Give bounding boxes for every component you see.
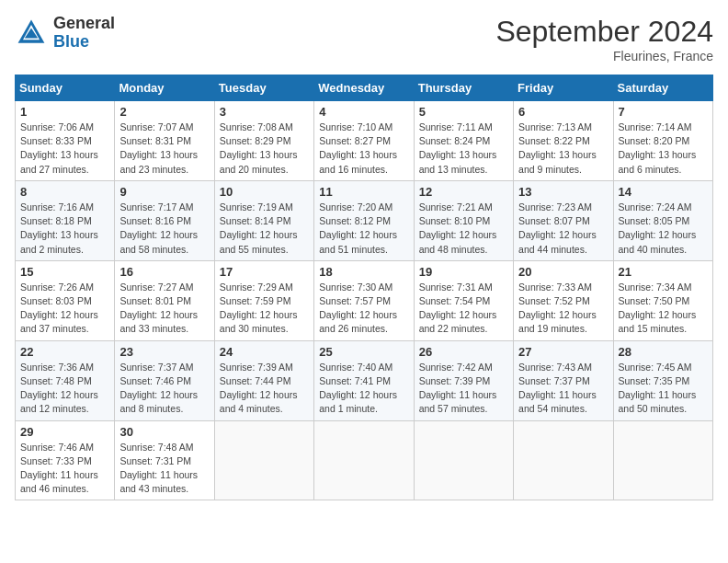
day-info: Sunrise: 7:23 AMSunset: 8:07 PMDaylight:… bbox=[518, 201, 608, 257]
calendar-cell: 11Sunrise: 7:20 AMSunset: 8:12 PMDayligh… bbox=[314, 180, 414, 260]
day-number: 29 bbox=[20, 425, 109, 439]
day-number: 9 bbox=[119, 185, 209, 199]
day-number: 30 bbox=[119, 425, 209, 439]
page-header: General Blue September 2024 Fleurines, F… bbox=[15, 15, 713, 63]
day-number: 10 bbox=[220, 185, 309, 199]
day-info: Sunrise: 7:07 AMSunset: 8:31 PMDaylight:… bbox=[119, 121, 209, 177]
day-info: Sunrise: 7:48 AMSunset: 7:31 PMDaylight:… bbox=[119, 441, 209, 497]
calendar-cell: 23Sunrise: 7:37 AMSunset: 7:46 PMDayligh… bbox=[115, 340, 214, 420]
header-thursday: Thursday bbox=[414, 75, 513, 101]
day-info: Sunrise: 7:20 AMSunset: 8:12 PMDaylight:… bbox=[319, 201, 408, 257]
day-number: 19 bbox=[419, 265, 508, 279]
calendar-cell: 13Sunrise: 7:23 AMSunset: 8:07 PMDayligh… bbox=[514, 180, 613, 260]
calendar-cell: 24Sunrise: 7:39 AMSunset: 7:44 PMDayligh… bbox=[214, 340, 313, 420]
day-number: 17 bbox=[220, 265, 309, 279]
day-number: 23 bbox=[119, 345, 209, 359]
header-friday: Friday bbox=[514, 75, 613, 101]
calendar-cell: 30Sunrise: 7:48 AMSunset: 7:31 PMDayligh… bbox=[115, 420, 214, 500]
calendar-cell: 16Sunrise: 7:27 AMSunset: 8:01 PMDayligh… bbox=[115, 260, 214, 340]
day-info: Sunrise: 7:37 AMSunset: 7:46 PMDaylight:… bbox=[119, 361, 209, 417]
day-number: 21 bbox=[619, 265, 708, 279]
calendar-cell: 1Sunrise: 7:06 AMSunset: 8:33 PMDaylight… bbox=[16, 101, 115, 181]
header-monday: Monday bbox=[115, 75, 214, 101]
calendar-cell: 29Sunrise: 7:46 AMSunset: 7:33 PMDayligh… bbox=[16, 420, 115, 500]
day-number: 13 bbox=[518, 185, 608, 199]
logo-icon bbox=[15, 17, 48, 50]
calendar-cell bbox=[514, 420, 613, 500]
header-row: SundayMondayTuesdayWednesdayThursdayFrid… bbox=[16, 75, 713, 101]
header-sunday: Sunday bbox=[16, 75, 115, 101]
day-info: Sunrise: 7:17 AMSunset: 8:16 PMDaylight:… bbox=[119, 201, 209, 257]
calendar-cell: 12Sunrise: 7:21 AMSunset: 8:10 PMDayligh… bbox=[414, 180, 513, 260]
logo-general: General bbox=[53, 15, 115, 33]
day-info: Sunrise: 7:21 AMSunset: 8:10 PMDaylight:… bbox=[419, 201, 508, 257]
logo-text: General Blue bbox=[53, 15, 115, 52]
week-row-4: 29Sunrise: 7:46 AMSunset: 7:33 PMDayligh… bbox=[16, 420, 713, 500]
day-info: Sunrise: 7:36 AMSunset: 7:48 PMDaylight:… bbox=[20, 361, 109, 417]
calendar-cell: 7Sunrise: 7:14 AMSunset: 8:20 PMDaylight… bbox=[613, 101, 712, 181]
day-info: Sunrise: 7:06 AMSunset: 8:33 PMDaylight:… bbox=[20, 121, 109, 177]
calendar-cell: 6Sunrise: 7:13 AMSunset: 8:22 PMDaylight… bbox=[514, 101, 613, 181]
day-number: 20 bbox=[518, 265, 608, 279]
day-info: Sunrise: 7:40 AMSunset: 7:41 PMDaylight:… bbox=[319, 361, 408, 417]
day-number: 5 bbox=[419, 105, 508, 119]
calendar-cell: 9Sunrise: 7:17 AMSunset: 8:16 PMDaylight… bbox=[115, 180, 214, 260]
day-info: Sunrise: 7:10 AMSunset: 8:27 PMDaylight:… bbox=[319, 121, 408, 177]
day-info: Sunrise: 7:27 AMSunset: 8:01 PMDaylight:… bbox=[119, 281, 209, 337]
day-info: Sunrise: 7:45 AMSunset: 7:35 PMDaylight:… bbox=[619, 361, 708, 417]
calendar-cell: 17Sunrise: 7:29 AMSunset: 7:59 PMDayligh… bbox=[214, 260, 313, 340]
calendar-cell: 15Sunrise: 7:26 AMSunset: 8:03 PMDayligh… bbox=[16, 260, 115, 340]
day-number: 18 bbox=[319, 265, 408, 279]
week-row-3: 22Sunrise: 7:36 AMSunset: 7:48 PMDayligh… bbox=[16, 340, 713, 420]
header-saturday: Saturday bbox=[613, 75, 712, 101]
location: Fleurines, France bbox=[495, 49, 713, 63]
calendar-table: SundayMondayTuesdayWednesdayThursdayFrid… bbox=[15, 75, 713, 500]
day-number: 4 bbox=[319, 105, 408, 119]
calendar-cell: 19Sunrise: 7:31 AMSunset: 7:54 PMDayligh… bbox=[414, 260, 513, 340]
day-number: 28 bbox=[619, 345, 708, 359]
day-info: Sunrise: 7:30 AMSunset: 7:57 PMDaylight:… bbox=[319, 281, 408, 337]
day-number: 14 bbox=[619, 185, 708, 199]
calendar-cell: 8Sunrise: 7:16 AMSunset: 8:18 PMDaylight… bbox=[16, 180, 115, 260]
day-info: Sunrise: 7:34 AMSunset: 7:50 PMDaylight:… bbox=[619, 281, 708, 337]
calendar-cell bbox=[214, 420, 313, 500]
day-info: Sunrise: 7:43 AMSunset: 7:37 PMDaylight:… bbox=[518, 361, 608, 417]
month-title: September 2024 bbox=[495, 15, 713, 49]
day-number: 16 bbox=[119, 265, 209, 279]
day-number: 6 bbox=[518, 105, 608, 119]
calendar-cell: 26Sunrise: 7:42 AMSunset: 7:39 PMDayligh… bbox=[414, 340, 513, 420]
day-info: Sunrise: 7:24 AMSunset: 8:05 PMDaylight:… bbox=[619, 201, 708, 257]
day-number: 1 bbox=[20, 105, 109, 119]
day-info: Sunrise: 7:14 AMSunset: 8:20 PMDaylight:… bbox=[619, 121, 708, 177]
day-info: Sunrise: 7:26 AMSunset: 8:03 PMDaylight:… bbox=[20, 281, 109, 337]
day-info: Sunrise: 7:08 AMSunset: 8:29 PMDaylight:… bbox=[220, 121, 309, 177]
day-info: Sunrise: 7:46 AMSunset: 7:33 PMDaylight:… bbox=[20, 441, 109, 497]
day-info: Sunrise: 7:42 AMSunset: 7:39 PMDaylight:… bbox=[419, 361, 508, 417]
calendar-cell: 25Sunrise: 7:40 AMSunset: 7:41 PMDayligh… bbox=[314, 340, 414, 420]
day-info: Sunrise: 7:33 AMSunset: 7:52 PMDaylight:… bbox=[518, 281, 608, 337]
day-number: 15 bbox=[20, 265, 109, 279]
calendar-cell: 2Sunrise: 7:07 AMSunset: 8:31 PMDaylight… bbox=[115, 101, 214, 181]
calendar-cell: 14Sunrise: 7:24 AMSunset: 8:05 PMDayligh… bbox=[613, 180, 712, 260]
day-number: 27 bbox=[518, 345, 608, 359]
week-row-1: 8Sunrise: 7:16 AMSunset: 8:18 PMDaylight… bbox=[16, 180, 713, 260]
header-wednesday: Wednesday bbox=[314, 75, 414, 101]
day-number: 25 bbox=[319, 345, 408, 359]
day-number: 26 bbox=[419, 345, 508, 359]
calendar-cell: 27Sunrise: 7:43 AMSunset: 7:37 PMDayligh… bbox=[514, 340, 613, 420]
calendar-cell bbox=[314, 420, 414, 500]
day-info: Sunrise: 7:31 AMSunset: 7:54 PMDaylight:… bbox=[419, 281, 508, 337]
week-row-0: 1Sunrise: 7:06 AMSunset: 8:33 PMDaylight… bbox=[16, 101, 713, 181]
day-number: 11 bbox=[319, 185, 408, 199]
calendar-cell bbox=[414, 420, 513, 500]
day-number: 24 bbox=[220, 345, 309, 359]
calendar-cell: 20Sunrise: 7:33 AMSunset: 7:52 PMDayligh… bbox=[514, 260, 613, 340]
calendar-cell bbox=[613, 420, 712, 500]
calendar-cell: 18Sunrise: 7:30 AMSunset: 7:57 PMDayligh… bbox=[314, 260, 414, 340]
logo: General Blue bbox=[15, 15, 115, 52]
day-info: Sunrise: 7:29 AMSunset: 7:59 PMDaylight:… bbox=[220, 281, 309, 337]
day-info: Sunrise: 7:13 AMSunset: 8:22 PMDaylight:… bbox=[518, 121, 608, 177]
title-block: September 2024 Fleurines, France bbox=[495, 15, 713, 63]
calendar-cell: 22Sunrise: 7:36 AMSunset: 7:48 PMDayligh… bbox=[16, 340, 115, 420]
header-tuesday: Tuesday bbox=[214, 75, 313, 101]
